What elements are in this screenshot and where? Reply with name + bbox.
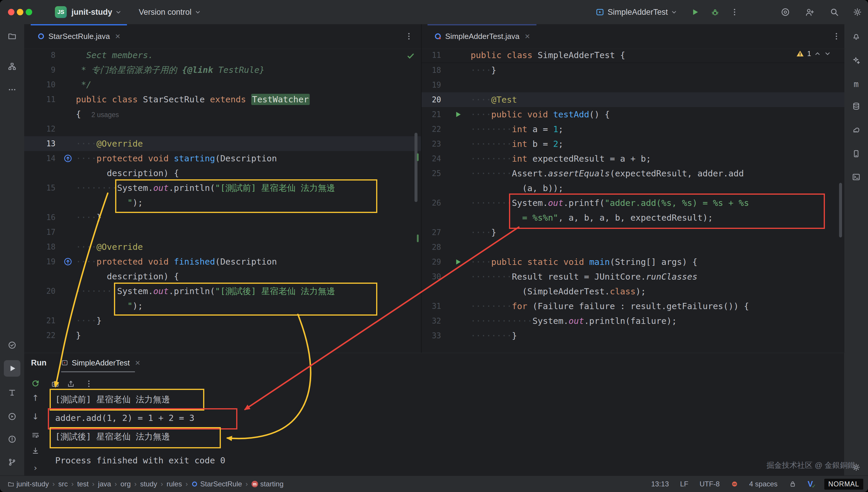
problems-tool-icon[interactable] [8,435,17,444]
gutter [60,313,76,328]
scroll-to-end-icon[interactable] [31,446,40,455]
gutter [60,77,76,92]
structure-tool-icon[interactable] [8,62,17,71]
project-avatar[interactable]: JS [55,6,67,18]
inspection-widget[interactable]: 1 [796,50,831,58]
breadcrumb-separator: › [52,480,55,488]
override-method-gutter-icon[interactable] [64,154,72,163]
analysis-status-icon[interactable] [731,481,738,488]
run-test-gutter-icon[interactable] [454,110,462,119]
ideavim-icon[interactable]: V✓ [808,479,813,489]
terminal-tool-icon[interactable] [852,173,861,181]
minimize-window-button[interactable] [17,9,23,15]
tab-list-kebab-icon[interactable] [404,32,413,41]
next-issue-chevron-icon[interactable] [824,50,831,57]
maven-tool-icon[interactable]: m [852,80,861,89]
code-text: ········for (Failure failure : result.ge… [471,299,749,314]
inspections-ok-check-icon[interactable] [406,51,415,60]
breadcrumb-item[interactable]: test [77,480,89,488]
close-tab-icon[interactable]: × [525,32,530,41]
breadcrumb-item[interactable]: StarSectRule [191,480,242,488]
line-number: 21 [24,313,60,328]
code-text: * 专门给星宿派弟子用的 {@link TestRule} [76,63,264,77]
prev-issue-chevron-icon[interactable] [814,50,821,57]
editor-scrollbar-thumb[interactable] [415,133,418,202]
breadcrumb-item[interactable]: junit-study [8,480,49,488]
gradle-tool-icon[interactable] [852,126,861,135]
version-control-tool-icon[interactable] [8,458,17,467]
editor-tabs-left: StarSectRule.java × [24,24,421,49]
code-with-me-icon[interactable] [805,7,814,17]
indent-setting[interactable]: 4 spaces [749,480,778,488]
file-encoding[interactable]: UTF-8 [700,480,720,488]
services-tool-icon[interactable] [8,412,17,421]
close-window-button[interactable] [8,9,15,15]
line-number: 22 [24,328,60,343]
rerun-icon [31,379,40,388]
run-button[interactable] [690,7,700,17]
breadcrumb-item[interactable]: org [120,480,131,488]
console-options-kebab-icon[interactable] [85,379,93,388]
chevron-down-icon [115,9,122,15]
thread-dump-camera-icon[interactable] [51,379,60,388]
line-separator[interactable]: LF [680,480,688,488]
editor-scrollbar-thumb[interactable] [839,183,842,238]
breadcrumb-item[interactable]: java [98,480,111,488]
device-manager-icon[interactable] [852,149,861,158]
breadcrumb-item[interactable]: mstarting [252,480,284,488]
settings-gear-icon[interactable] [853,7,862,17]
code-line: "); [24,298,421,313]
project-tool-icon[interactable] [8,31,17,41]
code-line: 13····@Override [24,136,421,151]
database-tool-icon[interactable] [852,102,861,110]
ai-assistant-icon[interactable] [852,56,861,65]
vcs-widget[interactable]: Version control [139,0,201,24]
tab-title: SimpleAdderTest.java [445,32,519,41]
gutter [60,63,76,77]
close-tab-icon[interactable]: × [135,359,141,367]
build-tool-icon[interactable] [8,388,17,397]
override-method-gutter-icon[interactable] [64,257,72,266]
gutter [60,225,76,240]
code-text: ····public void testAdd() { [471,107,610,122]
debug-button[interactable] [710,7,720,17]
notifications-bell-icon[interactable] [852,31,861,41]
file-lock-icon[interactable] [789,480,797,488]
export-console-icon[interactable] [66,379,75,388]
close-tab-icon[interactable]: × [115,32,120,41]
profiler-icon[interactable] [781,7,790,17]
breadcrumb-item[interactable]: rules [166,480,182,488]
test-class-icon [434,32,442,40]
breadcrumb-item[interactable]: src [58,480,68,488]
project-widget[interactable]: junit-study [71,0,122,24]
breadcrumb-item[interactable]: study [140,480,157,488]
tab-list-kebab-icon[interactable] [832,32,841,41]
run-config-selector[interactable]: SimpleAdderTest [608,0,677,24]
search-everywhere-icon[interactable] [829,7,839,17]
more-tool-windows-icon[interactable] [8,85,17,94]
zoom-window-button[interactable] [26,9,32,15]
more-console-actions-icon[interactable]: › [31,463,40,472]
tab-starsectrule[interactable]: StarSectRule.java × [31,24,127,48]
code-text: ········int b = 2; [471,137,563,151]
run-tool-icon[interactable] [4,360,20,377]
caret-position[interactable]: 13:13 [651,480,669,488]
tab-simpleaddertest[interactable]: SimpleAdderTest.java × [427,24,536,48]
run-test-gutter-icon[interactable] [454,258,462,266]
line-number: 29 [422,254,445,269]
code-editor-simpleaddertest[interactable]: 11public class SimpleAdderTest {18····}1… [422,48,844,343]
gutter [445,225,471,240]
code-text: ········System.out.printf("adder.add(%s,… [471,196,749,210]
soft-wrap-icon[interactable] [31,430,40,440]
run-console-tab[interactable]: SimpleAdderTest × [61,353,140,372]
down-stack-trace-icon[interactable]: ↓ [31,412,40,421]
more-actions-button[interactable] [730,7,739,17]
code-text: ····@Override [76,136,143,151]
rerun-button[interactable] [31,379,40,388]
code-line: 11public class StarSectRule extends Test… [24,92,421,107]
code-editor-starsectrule[interactable]: 8 Sect members.9 * 专门给星宿派弟子用的 {@link Tes… [24,48,421,343]
up-stack-trace-icon[interactable]: ↑ [31,393,40,402]
vcs-label: Version control [139,8,192,17]
line-number: 25 [422,166,445,181]
commit-tool-icon[interactable] [8,341,17,349]
